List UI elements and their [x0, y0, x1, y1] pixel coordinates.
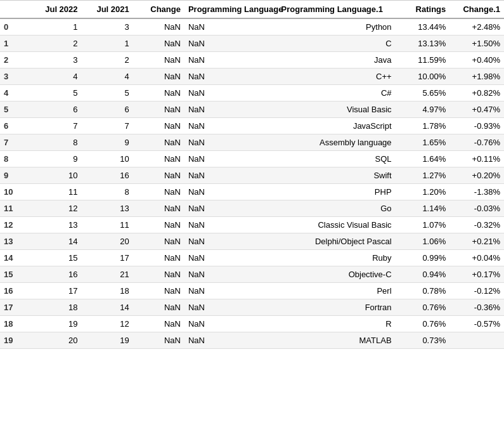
- cell-lang1: Swift: [278, 167, 396, 184]
- cell-change1: [449, 332, 504, 349]
- cell-index: 5: [0, 101, 30, 118]
- cell-index: 2: [0, 52, 30, 69]
- cell-change: NaN: [133, 316, 184, 332]
- cell-jul21: 11: [82, 217, 133, 233]
- cell-change: NaN: [133, 233, 184, 250]
- cell-ratings: 1.14%: [396, 200, 450, 217]
- cell-lang1: C#: [278, 85, 396, 101]
- cell-jul22: 9: [30, 151, 81, 167]
- cell-index: 7: [0, 134, 30, 151]
- cell-index: 3: [0, 69, 30, 85]
- cell-index: 6: [0, 118, 30, 134]
- cell-change1: -0.32%: [449, 217, 504, 233]
- cell-ratings: 1.65%: [396, 134, 450, 151]
- cell-ratings: 5.65%: [396, 85, 450, 101]
- cell-change: NaN: [133, 18, 184, 36]
- cell-jul22: 3: [30, 52, 81, 69]
- cell-jul21: 13: [82, 200, 133, 217]
- cell-lang1: Go: [278, 200, 396, 217]
- cell-index: 4: [0, 85, 30, 101]
- cell-index: 16: [0, 283, 30, 299]
- cell-change: NaN: [133, 200, 184, 217]
- cell-change1: -0.57%: [449, 316, 504, 332]
- cell-change: NaN: [133, 52, 184, 69]
- table-row: 171814NaNNaNFortran0.76%-0.36%: [0, 299, 504, 316]
- cell-lang1: Assembly language: [278, 134, 396, 151]
- cell-change: NaN: [133, 332, 184, 349]
- cell-lang: NaN: [184, 283, 278, 299]
- cell-lang1: C: [278, 36, 396, 52]
- table-row: 10118NaNNaNPHP1.20%-1.38%: [0, 184, 504, 200]
- cell-jul22: 2: [30, 36, 81, 52]
- cell-lang: NaN: [184, 217, 278, 233]
- cell-ratings: 0.99%: [396, 250, 450, 266]
- cell-lang: NaN: [184, 184, 278, 200]
- table-row: 121NaNNaNC13.13%+1.50%: [0, 36, 504, 52]
- table-row: 789NaNNaNAssembly language1.65%-0.76%: [0, 134, 504, 151]
- cell-ratings: 1.20%: [396, 184, 450, 200]
- cell-ratings: 13.44%: [396, 18, 450, 36]
- cell-lang: NaN: [184, 266, 278, 283]
- cell-jul22: 6: [30, 101, 81, 118]
- cell-lang1: Visual Basic: [278, 101, 396, 118]
- programming-language-table: Jul 2022 Jul 2021 Change Programming Lan…: [0, 0, 504, 349]
- table-row: 131420NaNNaNDelphi/Object Pascal1.06%+0.…: [0, 233, 504, 250]
- cell-jul21: 19: [82, 332, 133, 349]
- cell-ratings: 1.07%: [396, 217, 450, 233]
- cell-lang: NaN: [184, 85, 278, 101]
- header-prog-lang: Programming Language: [184, 1, 278, 19]
- cell-change: NaN: [133, 85, 184, 101]
- table-row: 455NaNNaNC#5.65%+0.82%: [0, 85, 504, 101]
- table-row: 677NaNNaNJavaScript1.78%-0.93%: [0, 118, 504, 134]
- table-row: 121311NaNNaNClassic Visual Basic1.07%-0.…: [0, 217, 504, 233]
- cell-change: NaN: [133, 69, 184, 85]
- cell-jul22: 13: [30, 217, 81, 233]
- cell-ratings: 1.64%: [396, 151, 450, 167]
- header-index: [0, 1, 30, 19]
- cell-change1: +0.40%: [449, 52, 504, 69]
- cell-lang1: Classic Visual Basic: [278, 217, 396, 233]
- cell-lang1: Fortran: [278, 299, 396, 316]
- cell-change: NaN: [133, 217, 184, 233]
- cell-jul22: 19: [30, 316, 81, 332]
- cell-index: 1: [0, 36, 30, 52]
- cell-ratings: 0.78%: [396, 283, 450, 299]
- cell-index: 10: [0, 184, 30, 200]
- cell-jul22: 12: [30, 200, 81, 217]
- cell-change1: +0.04%: [449, 250, 504, 266]
- cell-change: NaN: [133, 167, 184, 184]
- cell-change: NaN: [133, 101, 184, 118]
- cell-lang1: PHP: [278, 184, 396, 200]
- cell-lang: NaN: [184, 134, 278, 151]
- cell-lang: NaN: [184, 200, 278, 217]
- header-jul2021: Jul 2021: [82, 1, 133, 19]
- cell-jul22: 14: [30, 233, 81, 250]
- cell-lang: NaN: [184, 151, 278, 167]
- cell-lang1: C++: [278, 69, 396, 85]
- header-jul2022: Jul 2022: [30, 1, 81, 19]
- cell-ratings: 1.27%: [396, 167, 450, 184]
- cell-jul21: 18: [82, 283, 133, 299]
- table-row: 141517NaNNaNRuby0.99%+0.04%: [0, 250, 504, 266]
- cell-change: NaN: [133, 299, 184, 316]
- cell-lang: NaN: [184, 69, 278, 85]
- cell-change1: -1.38%: [449, 184, 504, 200]
- cell-change: NaN: [133, 250, 184, 266]
- header-change1: Change.1: [449, 1, 504, 19]
- cell-change: NaN: [133, 134, 184, 151]
- cell-ratings: 11.59%: [396, 52, 450, 69]
- cell-lang1: JavaScript: [278, 118, 396, 134]
- cell-jul21: 20: [82, 233, 133, 250]
- cell-change: NaN: [133, 283, 184, 299]
- cell-lang: NaN: [184, 233, 278, 250]
- cell-change1: -0.03%: [449, 200, 504, 217]
- cell-jul22: 8: [30, 134, 81, 151]
- cell-jul21: 12: [82, 316, 133, 332]
- cell-index: 12: [0, 217, 30, 233]
- cell-jul21: 3: [82, 18, 133, 36]
- cell-jul22: 5: [30, 85, 81, 101]
- table-row: 232NaNNaNJava11.59%+0.40%: [0, 52, 504, 69]
- cell-change1: -0.36%: [449, 299, 504, 316]
- cell-lang: NaN: [184, 167, 278, 184]
- cell-ratings: 4.97%: [396, 101, 450, 118]
